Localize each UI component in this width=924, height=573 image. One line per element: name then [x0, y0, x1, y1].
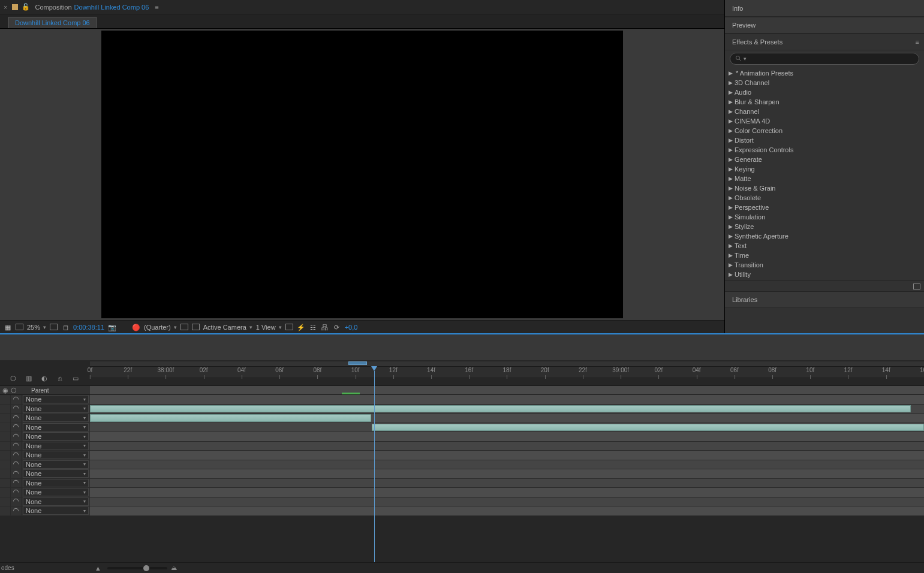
layer-clip-bar[interactable]: [372, 424, 924, 432]
effects-presets-panel-header[interactable]: Effects & Presets ≡: [725, 34, 924, 50]
resolution-dropdown[interactable]: (Quarter): [144, 324, 177, 331]
magnification-icon[interactable]: [16, 324, 23, 330]
layer-track[interactable]: [90, 414, 924, 423]
layer-track[interactable]: [90, 479, 924, 488]
effects-category-item[interactable]: ▶Channel: [725, 107, 924, 116]
switches-modes-label[interactable]: odes: [0, 565, 90, 571]
channel-icon[interactable]: 🔴: [132, 323, 140, 331]
layer-track[interactable]: [90, 506, 924, 515]
pickwhip-icon[interactable]: [11, 451, 22, 460]
always-preview-icon[interactable]: ▦: [4, 323, 12, 331]
layer-row[interactable]: None: [0, 469, 924, 479]
views-dropdown[interactable]: 1 View: [256, 324, 282, 331]
parent-dropdown[interactable]: None: [23, 497, 89, 506]
viewer-tab-active[interactable]: Downhill Linked Comp 06: [8, 17, 97, 28]
pickwhip-icon[interactable]: [11, 442, 22, 451]
timeline-layers-area[interactable]: NoneNoneNoneNoneNoneNoneNoneNoneNoneNone…: [0, 395, 924, 562]
zoom-out-icon[interactable]: ▲: [95, 565, 101, 572]
reset-exposure-icon[interactable]: ⟳: [333, 323, 341, 331]
effects-category-item[interactable]: ▶Blur & Sharpen: [725, 97, 924, 107]
layer-row[interactable]: None: [0, 506, 924, 516]
visibility-toggle[interactable]: [0, 451, 11, 460]
brain-icon[interactable]: ▭: [71, 373, 80, 383]
layer-track[interactable]: [90, 488, 924, 497]
parent-dropdown[interactable]: None: [23, 506, 89, 515]
layer-row[interactable]: None: [0, 423, 924, 433]
pickwhip-icon[interactable]: [11, 506, 22, 515]
layer-row[interactable]: None: [0, 451, 924, 460]
lock-column-icon[interactable]: ⬡: [11, 387, 17, 394]
layer-track[interactable]: [90, 395, 924, 404]
pickwhip-icon[interactable]: [11, 460, 22, 469]
visibility-toggle[interactable]: [0, 506, 11, 515]
effects-category-item[interactable]: ▶Utility: [725, 270, 924, 279]
motion-blur-icon[interactable]: ◐: [40, 373, 49, 383]
libraries-panel-header[interactable]: Libraries: [725, 291, 924, 308]
parent-dropdown[interactable]: None: [23, 395, 89, 403]
panel-menu-icon[interactable]: ≡: [155, 4, 158, 11]
show-snapshot-icon[interactable]: [120, 323, 128, 331]
parent-dropdown[interactable]: None: [23, 488, 89, 496]
layer-track[interactable]: [90, 497, 924, 506]
layer-row[interactable]: None: [0, 432, 924, 442]
timeline-icon[interactable]: ☷: [309, 323, 317, 331]
visibility-toggle[interactable]: [0, 497, 11, 506]
graph-editor-icon[interactable]: ⎌: [55, 373, 65, 383]
pixel-aspect-icon[interactable]: [285, 324, 293, 330]
layer-row[interactable]: None: [0, 488, 924, 497]
close-panel-icon[interactable]: ×: [4, 4, 7, 11]
layer-track[interactable]: [90, 451, 924, 460]
visibility-toggle[interactable]: [0, 432, 11, 441]
layer-clip-bar[interactable]: [90, 405, 911, 413]
panel-divider[interactable]: [0, 333, 924, 360]
effects-category-item[interactable]: ▶CINEMA 4D: [725, 116, 924, 126]
resolution-grid-icon[interactable]: [50, 324, 58, 330]
pickwhip-icon[interactable]: [11, 414, 22, 423]
effects-tree[interactable]: ▶* Animation Presets▶3D Channel▶Audio▶Bl…: [725, 67, 924, 281]
pickwhip-icon[interactable]: [11, 432, 22, 441]
new-bin-icon[interactable]: [913, 284, 920, 289]
av-column-icon[interactable]: ◉: [2, 387, 8, 394]
transparency-grid-icon[interactable]: [192, 324, 200, 330]
pickwhip-icon[interactable]: [11, 423, 22, 432]
layer-row[interactable]: None: [0, 442, 924, 451]
frame-blend-icon[interactable]: ▥: [24, 373, 34, 383]
parent-dropdown[interactable]: None: [23, 460, 89, 469]
effects-category-item[interactable]: ▶Generate: [725, 155, 924, 164]
layer-row[interactable]: None: [0, 460, 924, 470]
effects-category-item[interactable]: ▶Synthetic Aperture: [725, 231, 924, 241]
panel-menu-icon[interactable]: ≡: [916, 38, 919, 46]
layer-track[interactable]: [90, 432, 924, 441]
layer-row[interactable]: None: [0, 405, 924, 414]
pickwhip-icon[interactable]: [11, 479, 22, 488]
viewer-canvas-area[interactable]: [0, 29, 724, 320]
zoom-in-icon[interactable]: ⛰: [171, 565, 177, 571]
exposure-value[interactable]: +0,0: [345, 324, 358, 331]
parent-dropdown[interactable]: None: [23, 432, 89, 441]
layer-row[interactable]: None: [0, 414, 924, 423]
effects-category-item[interactable]: ▶Keying: [725, 164, 924, 174]
effects-category-item[interactable]: ▶Noise & Grain: [725, 183, 924, 193]
shy-icon[interactable]: ⬡: [8, 373, 18, 383]
layer-row[interactable]: None: [0, 497, 924, 507]
visibility-toggle[interactable]: [0, 460, 11, 469]
info-panel-header[interactable]: Info: [725, 0, 924, 17]
visibility-toggle[interactable]: [0, 479, 11, 488]
zoom-dropdown[interactable]: 25%: [27, 324, 46, 331]
effects-category-item[interactable]: ▶* Animation Presets: [725, 68, 924, 78]
snapshot-icon[interactable]: 📷: [108, 323, 116, 331]
visibility-toggle[interactable]: [0, 442, 11, 451]
effects-search-input[interactable]: ▾: [730, 53, 919, 65]
parent-dropdown[interactable]: None: [23, 442, 89, 450]
zoom-slider-knob[interactable]: [143, 565, 149, 571]
current-time-display[interactable]: 0:00:38:11: [73, 324, 104, 331]
pickwhip-icon[interactable]: [11, 395, 22, 404]
effects-category-item[interactable]: ▶Color Correction: [725, 126, 924, 135]
effects-category-item[interactable]: ▶Stylize: [725, 222, 924, 231]
pickwhip-icon[interactable]: [11, 469, 22, 478]
camera-dropdown[interactable]: Active Camera: [203, 324, 252, 331]
visibility-toggle[interactable]: [0, 488, 11, 497]
effects-category-item[interactable]: ▶Audio: [725, 88, 924, 97]
lock-icon[interactable]: 🔓: [22, 3, 30, 11]
effects-category-item[interactable]: ▶Perspective: [725, 203, 924, 212]
